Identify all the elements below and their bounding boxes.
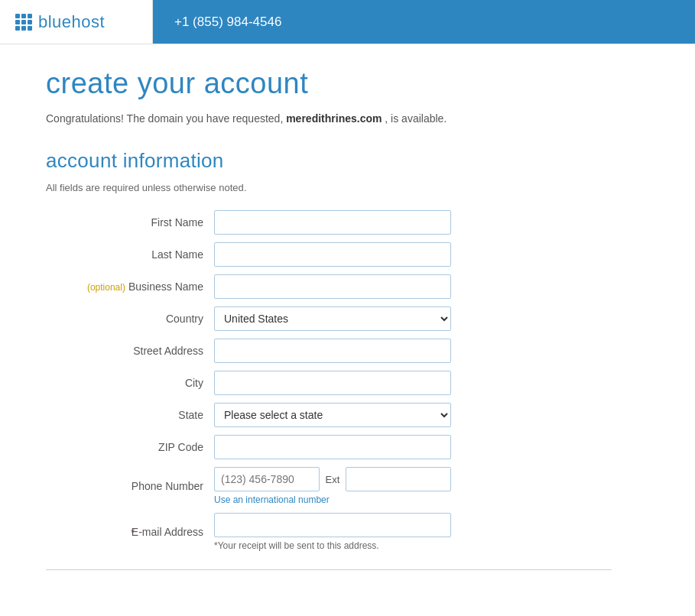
last-name-input[interactable] [214, 242, 451, 267]
required-note: All fields are required unless otherwise… [46, 182, 612, 193]
state-select[interactable]: Please select a stateAlabamaAlaskaArizon… [214, 403, 451, 427]
state-label: State [46, 409, 214, 421]
domain-message: Congratulations! The domain you have req… [46, 112, 612, 125]
city-field [214, 371, 451, 395]
phone-input[interactable] [214, 467, 320, 491]
business-name-row: (optional)Business Name [46, 274, 612, 299]
first-name-field [214, 210, 451, 235]
zip-code-field [214, 435, 451, 459]
domain-message-suffix: , is available. [385, 112, 447, 125]
optional-tag: (optional) [87, 282, 125, 293]
state-row: State Please select a stateAlabamaAlaska… [46, 403, 612, 427]
street-address-label: Street Address [46, 345, 214, 357]
city-row: City [46, 371, 612, 395]
street-address-input[interactable] [214, 339, 451, 363]
email-label: *E-mail Address [46, 526, 214, 538]
zip-code-label: ZIP Code [46, 441, 214, 453]
ext-input[interactable] [346, 467, 451, 491]
logo-area: bluehost [0, 0, 153, 44]
phone-row: Phone Number Ext Use an international nu… [46, 467, 612, 505]
main-content: create your account Congratulations! The… [0, 44, 658, 616]
street-address-row: Street Address [46, 339, 612, 363]
account-form: First Name Last Name (optional)Business … [46, 210, 612, 551]
business-name-label: (optional)Business Name [46, 280, 214, 293]
city-input[interactable] [214, 371, 451, 395]
phone-number: +1 (855) 984-4546 [174, 15, 281, 30]
last-name-label: Last Name [46, 248, 214, 261]
bottom-section [46, 569, 612, 585]
ext-label: Ext [326, 474, 340, 485]
state-field: Please select a stateAlabamaAlaskaArizon… [214, 403, 451, 427]
page-title: create your account [46, 67, 612, 100]
phone-label: Phone Number [46, 480, 214, 492]
street-address-field [214, 339, 451, 363]
section-title: account information [46, 149, 612, 173]
intl-number-link[interactable]: Use an international number [214, 494, 451, 505]
header-phone-bar: +1 (855) 984-4546 [153, 0, 695, 44]
last-name-row: Last Name [46, 242, 612, 267]
receipt-note: *Your receipt will be sent to this addre… [214, 540, 451, 551]
domain-message-prefix: Congratulations! The domain you have req… [46, 112, 283, 125]
business-name-input[interactable] [214, 274, 451, 299]
country-label: Country [46, 313, 214, 325]
header: bluehost +1 (855) 984-4546 [0, 0, 695, 44]
zip-code-input[interactable] [214, 435, 451, 459]
city-label: City [46, 377, 214, 389]
country-row: Country United StatesCanadaUnited Kingdo… [46, 306, 612, 331]
zip-code-row: ZIP Code [46, 435, 612, 459]
email-row: *E-mail Address *Your receipt will be se… [46, 513, 612, 551]
logo-text: bluehost [38, 12, 105, 32]
email-input[interactable] [214, 513, 451, 537]
domain-name: meredithrines.com [286, 112, 382, 125]
last-name-field [214, 242, 451, 267]
phone-field: Ext Use an international number [214, 467, 451, 505]
first-name-label: First Name [46, 216, 214, 229]
first-name-input[interactable] [214, 210, 451, 235]
email-field: *Your receipt will be sent to this addre… [214, 513, 451, 551]
business-name-field [214, 274, 451, 299]
country-field: United StatesCanadaUnited KingdomAustral… [214, 306, 451, 331]
logo-grid-icon [15, 14, 32, 31]
phone-input-group: Ext [214, 467, 451, 491]
first-name-row: First Name [46, 210, 612, 235]
country-select[interactable]: United StatesCanadaUnited KingdomAustral… [214, 306, 451, 331]
